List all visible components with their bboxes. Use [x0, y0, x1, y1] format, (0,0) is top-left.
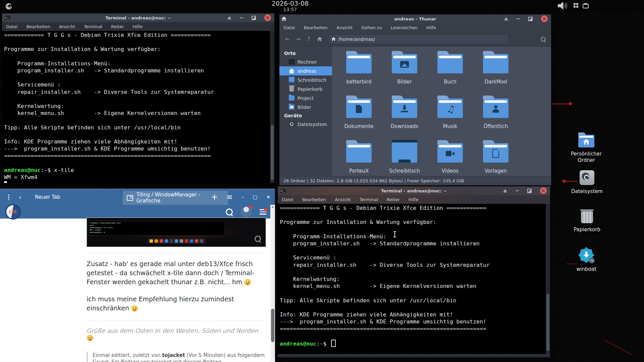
terminal2-menu-item[interactable]: Terminal: [360, 197, 378, 202]
terminal1-menu-item[interactable]: Terminal: [84, 24, 102, 29]
terminal2-content[interactable]: ============ T G G s - Debian Trixie Xfc…: [278, 204, 550, 354]
terminal1-menu-item[interactable]: Ansicht: [59, 24, 75, 29]
dock-app-icon: [180, 239, 183, 243]
browser-close-button[interactable]: ✕: [266, 194, 270, 200]
tab-list-button[interactable]: ≡: [226, 193, 232, 201]
minimize-button[interactable]: [517, 18, 520, 19]
shade-button[interactable]: [503, 189, 507, 192]
terminal1-content[interactable]: ============ T G G s - Debian Trixie Xfc…: [2, 31, 274, 183]
debian-logo-icon[interactable]: [4, 1, 13, 10]
terminal1-menu-item[interactable]: Hilfe: [133, 24, 143, 29]
sidebar-item-papierkorb[interactable]: Papierkorb: [279, 84, 332, 94]
sidebar-item-schreibtisch[interactable]: Schreibtisch: [279, 75, 332, 84]
folder-porteux[interactable]: PorteuX: [336, 137, 382, 182]
terminal1-menu-item[interactable]: Bearbeiten: [26, 24, 50, 29]
network-icon[interactable]: [582, 2, 590, 9]
close-button[interactable]: [264, 14, 271, 21]
thunar-menu-item[interactable]: Gehen zu: [361, 25, 382, 30]
desktop-icon-pers-nlicher-ordner[interactable]: Persönlicher Ordner: [568, 133, 605, 164]
search-icon[interactable]: [538, 35, 548, 44]
forward-icon[interactable]: →: [293, 35, 303, 44]
folder-schreibtisch[interactable]: Schreibtisch: [382, 137, 427, 182]
terminal2-menu-item[interactable]: Reiter: [387, 197, 400, 202]
sidebar-item-bilder[interactable]: Bilder: [279, 103, 332, 112]
thunar-file-area[interactable]: betterbird Bilder Buch DarkMod Dokumente: [332, 47, 551, 176]
back-icon[interactable]: ←: [283, 35, 292, 44]
folder-buch[interactable]: Buch: [427, 48, 473, 93]
scrollbar-handle[interactable]: [271, 309, 274, 342]
terminal2-menu-item[interactable]: Bearbeiten: [302, 197, 326, 202]
folder-label: betterbird: [346, 79, 371, 85]
path-field[interactable]: /home/andreas/: [328, 34, 509, 44]
sidebar-item-andreas[interactable]: andreas: [279, 66, 332, 75]
zoom-image-icon[interactable]: [255, 236, 261, 242]
folder-dokumente[interactable]: Dokumente: [336, 93, 382, 137]
browser-window: ‹ Neuer Tab Tiling / WindowManager - Gra…: [0, 189, 275, 362]
back-chevron-icon[interactable]: ‹: [19, 193, 21, 201]
desktop-icon-art: [580, 170, 594, 185]
terminal1-menu-item[interactable]: Reiter: [111, 24, 124, 29]
folder-musik[interactable]: Musik: [427, 93, 473, 137]
close-button[interactable]: [540, 187, 547, 194]
terminal2-menu-item[interactable]: Ansicht: [335, 197, 351, 202]
terminal2-menu-item[interactable]: Datei: [282, 197, 293, 202]
maximize-button[interactable]: [252, 16, 256, 20]
desktop-icon-label: Dateisystem: [571, 188, 603, 195]
folder--ffentlich[interactable]: Öffentlich: [473, 93, 519, 137]
home-button-icon[interactable]: [315, 35, 324, 44]
desktop-icon-winboat[interactable]: ↪ winboat: [568, 247, 605, 273]
site-logo[interactable]: LTC: [5, 204, 21, 220]
thunar-menu-item[interactable]: Datei: [283, 25, 295, 30]
folder-darkmod[interactable]: DarkMod: [473, 48, 519, 93]
browser-maximize-button[interactable]: ▢: [253, 194, 257, 200]
folder-vorlagen[interactable]: Vorlagen: [473, 137, 519, 182]
wallpaper-trace: [604, 340, 632, 355]
folder-betterbird[interactable]: betterbird: [336, 48, 382, 93]
thunar-menu-item[interactable]: Lesezeichen: [391, 25, 418, 30]
close-button[interactable]: [541, 15, 548, 22]
sidebar-device-dateisystem[interactable]: Dateisystem: [279, 120, 332, 129]
terminal1-menu-item[interactable]: Datei: [6, 24, 18, 29]
post-screenshot-thumbnail[interactable]: root@nuc:/home/andreas# exit exit andrea…: [87, 218, 266, 247]
window-grid-icon[interactable]: [574, 3, 578, 8]
tab-neuer-tab[interactable]: Neuer Tab: [35, 194, 60, 200]
user-avatar[interactable]: [241, 206, 252, 217]
terminal-window-2: >_ Terminal - andreas@nuc: ~ DateiBearbe…: [278, 186, 550, 357]
thunar-menu-item[interactable]: Bearbeiten: [304, 25, 328, 30]
site-search-icon[interactable]: [226, 208, 233, 216]
site-menu-icon[interactable]: [260, 209, 266, 215]
maximize-button[interactable]: [528, 17, 533, 21]
browser-minimize-button[interactable]: –: [241, 194, 244, 200]
panel-clock[interactable]: 2026-03-08 13:57: [262, 0, 319, 12]
terminal2-titlebar[interactable]: >_ Terminal - andreas@nuc: ~: [278, 186, 550, 195]
sidebar-item-project[interactable]: Project: [279, 94, 332, 103]
minimize-button[interactable]: [240, 17, 243, 18]
post-paragraph-2: ich muss meine Empfehlung hierzu zuminde…: [87, 295, 266, 313]
desktop-icon-papierkorb[interactable]: Papierkorb: [569, 208, 605, 233]
folder-videos[interactable]: Videos: [427, 137, 473, 182]
terminal1-scrollbar[interactable]: [270, 31, 274, 183]
terminal2-menu-item[interactable]: Hilfe: [409, 197, 419, 202]
terminal1-titlebar[interactable]: >_ Terminal - andreas@nuc: ~: [2, 13, 274, 22]
tab-overflow-dots-icon[interactable]: [8, 194, 9, 200]
terminal-window-1: >_ Terminal - andreas@nuc: ~ DateiBearbe…: [2, 13, 274, 183]
sidebar-item-rechner[interactable]: Rechner: [279, 57, 332, 66]
up-icon[interactable]: ↑: [304, 35, 314, 44]
thunar-titlebar[interactable]: andreas - Thunar: [279, 14, 551, 23]
browser-scrollbar[interactable]: [270, 205, 275, 362]
terminal2-scrollbar[interactable]: [546, 204, 550, 354]
sidebar-item-label: Schreibtisch: [298, 77, 326, 83]
thunar-sidebar: Orte Rechner andreas Schreibtisch Papier…: [279, 47, 332, 176]
shade-button[interactable]: [504, 17, 508, 20]
thunar-menu-item[interactable]: Hilfe: [426, 25, 436, 30]
folder-downloads[interactable]: Downloads: [382, 93, 427, 137]
scroll-up-icon[interactable]: [271, 206, 274, 208]
minimize-button[interactable]: [516, 190, 519, 191]
thunar-menu-item[interactable]: Ansicht: [336, 25, 353, 30]
desktop-icon-dateisystem[interactable]: Dateisystem: [569, 170, 605, 195]
folder-bilder[interactable]: Bilder: [382, 48, 427, 93]
maximize-button[interactable]: [527, 189, 532, 193]
new-tab-button[interactable]: +: [211, 192, 218, 202]
shade-button[interactable]: [227, 16, 231, 19]
volume-icon[interactable]: [557, 1, 569, 11]
